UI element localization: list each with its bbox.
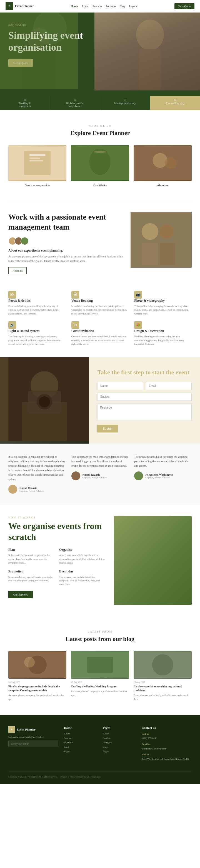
- footer-page-portfolio[interactable]: Portfolio: [103, 741, 136, 744]
- blog-post-3[interactable]: 20 Aug 2022 It's also essential to consi…: [133, 651, 192, 701]
- blog-title: Latest posts from our blog: [8, 636, 192, 643]
- nav-blog[interactable]: Blog: [119, 5, 125, 8]
- service-title: Foods & drinks: [8, 299, 66, 303]
- nav-portfolio[interactable]: Portfolio: [106, 5, 116, 8]
- footer-email: Email us yourname@domain.com: [142, 743, 192, 750]
- svg-rect-18: [160, 243, 175, 265]
- footer-link-pages[interactable]: Pages: [64, 750, 97, 753]
- submit-button[interactable]: Submit: [97, 425, 118, 432]
- explore-card-title: Services we provide: [8, 183, 67, 187]
- cta-name-email-row: [97, 382, 192, 390]
- testimonial-1: It's also essential to consider any cult…: [8, 455, 66, 494]
- footer-page-blog[interactable]: Blog: [103, 746, 136, 748]
- nav-pages[interactable]: Pages ▾: [129, 5, 137, 8]
- testimonial-avatar: [134, 471, 143, 480]
- services-section: 🍽 Foods & drinks Food and drink support …: [0, 285, 200, 357]
- organise-title: We organise events from scratch: [8, 521, 106, 542]
- testimonial-text: This is perhaps the most important detai…: [71, 455, 129, 468]
- footer-phone-label: Call us: [142, 732, 192, 736]
- footer-top: E Event Planner Subscribe to our weekly …: [8, 726, 192, 763]
- explore-image-works: [71, 145, 129, 181]
- work-right-image: [130, 212, 192, 268]
- footer-col-brand: E Event Planner Subscribe to our weekly …: [8, 726, 58, 763]
- newsletter-input[interactable]: [8, 741, 58, 747]
- testimonial-text: The program should also introduce the we…: [134, 455, 192, 468]
- work-subtitle: About our expertise in event planning.: [8, 249, 125, 253]
- organise-promotion: Promotion It can also list any special e…: [8, 569, 55, 587]
- footer-page-pages[interactable]: Pages: [103, 750, 136, 753]
- nav-services[interactable]: Services: [92, 5, 102, 8]
- venue-icon: 🏛: [71, 291, 79, 299]
- footer-logo[interactable]: E Event Planner: [8, 726, 58, 733]
- testimonial-3: The program should also introduce the we…: [134, 455, 192, 494]
- blog-post-title: It's also essential to consider any cult…: [133, 685, 192, 692]
- service-desc: Wedding planning can be an exciting but …: [134, 335, 192, 346]
- nav-home[interactable]: Home: [71, 5, 78, 8]
- footer-link-about[interactable]: About: [64, 732, 97, 735]
- our-services-button[interactable]: Our Services: [8, 591, 33, 598]
- footer-page-services[interactable]: Services: [103, 737, 136, 739]
- footer-link-portfolio[interactable]: Portfolio: [64, 741, 97, 744]
- explore-card-works[interactable]: Our Works: [71, 145, 129, 187]
- footer-phone-value: (671) 555-0110: [142, 737, 192, 741]
- tab-wedding-engagement[interactable]: 01 Wedding &engagement: [0, 96, 50, 110]
- logo-icon: E: [6, 2, 13, 10]
- organise-item-desc: Ante consectetur adipiscing elit, sed do…: [59, 554, 106, 565]
- service-title: Photo & videography: [134, 299, 192, 303]
- nav-logo[interactable]: E Event Planner: [6, 2, 34, 10]
- decor-icon: 💐: [134, 321, 142, 329]
- svg-rect-7: [30, 160, 43, 162]
- tab-marriage-anniversary[interactable]: 03 Marriage anniversary: [100, 96, 150, 110]
- organise-label: How it works: [8, 516, 106, 519]
- svg-rect-22: [0, 357, 8, 441]
- service-photo: 📷 Photo & videography This could involve…: [134, 291, 192, 316]
- subject-input[interactable]: [97, 393, 192, 401]
- work-title: Work with a passionate event management …: [8, 212, 125, 232]
- footer-phone: Call us (671) 555-0110: [142, 732, 192, 740]
- explore-card-services[interactable]: Services we provide: [8, 145, 67, 187]
- svg-rect-2: [139, 49, 161, 90]
- blog-post-1[interactable]: 20 Aug 2022 Finally, the program can inc…: [8, 651, 67, 701]
- svg-point-12: [153, 153, 167, 168]
- message-input[interactable]: [97, 404, 192, 420]
- blog-post-2[interactable]: 20 Aug 2022 Crafting the Perfect Wedding…: [71, 651, 129, 701]
- nav-about[interactable]: About: [82, 5, 89, 8]
- about-us-button[interactable]: About us: [8, 267, 27, 274]
- organise-organise: Organise Ante consectetur adipiscing eli…: [59, 548, 106, 565]
- blog-image-2: [71, 651, 129, 679]
- email-input[interactable]: [146, 382, 192, 390]
- services-grid: 🍽 Foods & drinks Food and drink support …: [8, 291, 192, 346]
- organise-items: Plan If there will be live music or pre-…: [8, 548, 106, 586]
- explore-card-title: Our Works: [71, 183, 129, 187]
- name-input[interactable]: [97, 382, 143, 390]
- organise-item-title: Organise: [59, 548, 106, 552]
- tab-bachelor-baby[interactable]: 02 Bachelor party orbaby shower: [50, 96, 100, 110]
- footer-privacy[interactable]: Privacy is followed under the 2019 manda…: [61, 776, 101, 778]
- blog-date: 20 Aug 2022: [8, 681, 67, 683]
- tab-label: Post wedding party: [152, 102, 198, 105]
- nav-cta-button[interactable]: Get a Quote: [174, 3, 194, 9]
- service-title: Light & sound system: [8, 329, 66, 333]
- team-photo: [130, 212, 192, 268]
- footer-page-about[interactable]: About: [103, 732, 136, 735]
- footer-link-blog[interactable]: Blog: [64, 746, 97, 748]
- testimonial-author: Russel Rozario Caption, Novak Advisor: [71, 471, 129, 480]
- svg-rect-5: [30, 154, 45, 156]
- invitation-icon: ✉: [71, 321, 79, 329]
- service-desc: Food and drink support could include a v…: [8, 305, 66, 316]
- svg-point-36: [152, 654, 173, 675]
- testimonial-2: This is perhaps the most important detai…: [71, 455, 129, 494]
- tab-post-wedding[interactable]: 04 Post wedding party: [150, 96, 200, 110]
- explore-card-about[interactable]: About us: [133, 145, 192, 187]
- blog-image-1: [8, 651, 67, 679]
- footer-address-label: Visit us: [142, 753, 192, 757]
- service-desc: In addition to selecting the food and dr…: [71, 305, 129, 316]
- footer-col-contact: Contact us Call us (671) 555-0110 Email …: [142, 726, 192, 763]
- service-title: Design & Decoration: [134, 329, 192, 333]
- footer-col-title: Pages: [103, 726, 136, 730]
- organise-event-day: Event day The program can include detail…: [59, 569, 106, 587]
- organise-photo: [114, 516, 192, 605]
- testimonials-section: It's also essential to consider any cult…: [0, 443, 200, 505]
- service-foods: 🍽 Foods & drinks Food and drink support …: [8, 291, 66, 316]
- footer-link-services[interactable]: Services: [64, 737, 97, 739]
